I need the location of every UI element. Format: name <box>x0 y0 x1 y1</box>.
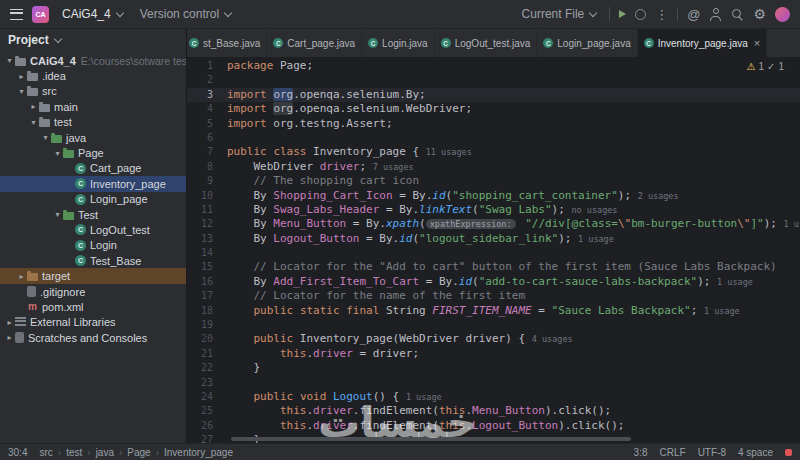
code-with-me-icon[interactable] <box>709 8 722 21</box>
code-line-13[interactable]: 13 By Logout_Button = By.id("logout_side… <box>187 232 800 246</box>
chevron-right-icon[interactable]: ▸ <box>16 72 27 81</box>
breadcrumb-test[interactable]: test <box>66 447 82 458</box>
code-line-5[interactable]: 5import org.testng.Assert; <box>187 117 800 131</box>
user-avatar[interactable] <box>775 7 790 22</box>
code-line-8[interactable]: 8 WebDriver driver; 7 usages <box>187 160 800 174</box>
code-token: 1 usage <box>578 234 614 244</box>
chevron-down-icon[interactable]: ▾ <box>40 133 51 142</box>
chevron-right-icon[interactable]: ▸ <box>16 272 27 281</box>
code-line-26[interactable]: 26 this.driver.findElement(this.Logout_B… <box>187 419 800 433</box>
chevron-down-icon[interactable]: ▾ <box>4 56 15 65</box>
close-icon[interactable]: × <box>754 37 760 49</box>
status-position-indicator: 30:4 <box>8 447 27 458</box>
code-text: public void Logout() { 1 usage <box>227 390 442 404</box>
project-panel-header[interactable]: Project <box>0 29 186 51</box>
chevron-down-icon[interactable]: ▾ <box>16 87 27 96</box>
tree-item-Inventory_page[interactable]: CInventory_page <box>0 176 186 191</box>
code-line-6[interactable]: 6 <box>187 131 800 145</box>
tree-item-CAiG4_4[interactable]: ▾CAiG4_4E:\courses\sotware testing Dipl <box>0 53 186 68</box>
line-number: 8 <box>187 160 219 174</box>
chevron-right-icon[interactable]: ▸ <box>4 318 15 327</box>
tree-item-label: Inventory_page <box>90 178 166 190</box>
code-line-16[interactable]: 16 By Add_First_Item_To_Cart = By.id("ad… <box>187 275 800 289</box>
vcs-selector[interactable]: Version control <box>136 5 235 23</box>
tree-item-pom.xml[interactable]: mpom.xml <box>0 299 186 314</box>
code-line-23[interactable]: 23 <box>187 376 800 390</box>
search-icon[interactable] <box>731 8 744 21</box>
tab-Login_page.java[interactable]: CLogin_page.java <box>537 29 637 57</box>
tree-item-Test[interactable]: ▾Test <box>0 207 186 222</box>
encoding-widget[interactable]: UTF-8 <box>698 447 726 458</box>
main-menu-icon[interactable] <box>10 9 23 20</box>
tree-item-Login[interactable]: CLogin <box>0 238 186 253</box>
chevron-down-icon[interactable]: ▾ <box>28 118 39 127</box>
tree-item-main[interactable]: ▸main <box>0 99 186 114</box>
tree-item-test[interactable]: ▾test <box>0 115 186 130</box>
code-line-2[interactable]: 2 <box>187 73 800 87</box>
code-line-25[interactable]: 25 this.driver.findElement(this.Menu_But… <box>187 404 800 418</box>
caret-position[interactable]: 3:8 <box>634 447 648 458</box>
tree-item-Cart_page[interactable]: CCart_page <box>0 161 186 176</box>
tree-item-Page[interactable]: ▾Page <box>0 145 186 160</box>
code-line-7[interactable]: 7public class Inventory_page { 11 usages <box>187 145 800 159</box>
code-line-17[interactable]: 17 // Locator for the name of the first … <box>187 289 800 303</box>
tree-item-src[interactable]: ▾src <box>0 84 186 99</box>
code-line-10[interactable]: 10 By Shopping_Cart_Icon = By.id("shoppi… <box>187 189 800 203</box>
project-selector[interactable]: CAiG4_4 <box>58 5 127 23</box>
tab-Cart_page.java[interactable]: CCart_page.java <box>267 29 362 57</box>
line-separator-widget[interactable]: CRLF <box>660 447 686 458</box>
code-token: "Swag Labs" <box>479 203 552 216</box>
breadcrumb-Inventory_page[interactable]: Inventory_page <box>164 447 233 458</box>
code-line-3[interactable]: 3import org.openqa.selenium.By; <box>187 88 800 102</box>
more-icon[interactable]: ⋮ <box>655 8 668 21</box>
tree-item-Scratches and Consoles[interactable]: ▸Scratches and Consoles <box>0 330 186 345</box>
at-mention-icon[interactable]: @ <box>687 8 700 21</box>
code-line-12[interactable]: 12 By Menu_Button = By.xpath(xpathExpres… <box>187 217 800 231</box>
horizontal-scrollbar[interactable] <box>231 437 631 441</box>
chevron-right-icon[interactable]: ▸ <box>4 333 15 342</box>
code-line-19[interactable]: 19 <box>187 318 800 332</box>
tab-LogOut_test.java[interactable]: CLogOut_test.java <box>435 29 538 57</box>
code-line-4[interactable]: 4import org.openqa.selenium.WebDriver; <box>187 102 800 116</box>
tree-item-Login_page[interactable]: CLogin_page <box>0 192 186 207</box>
code-line-14[interactable]: 14 <box>187 246 800 260</box>
tree-item-.gitignore[interactable]: .gitignore <box>0 284 186 299</box>
chevron-right-icon[interactable]: ▸ <box>28 102 39 111</box>
tree-item-target[interactable]: ▸target <box>0 268 186 283</box>
debug-icon[interactable] <box>635 9 646 20</box>
tree-item-label: .idea <box>42 70 66 82</box>
project-icon: CA <box>32 6 49 23</box>
breadcrumb-src[interactable]: src <box>39 447 52 458</box>
run-button[interactable] <box>619 10 626 18</box>
breadcrumb-Page[interactable]: Page <box>127 447 150 458</box>
code-line-1[interactable]: 1package Page; <box>187 59 800 73</box>
tree-item-java[interactable]: ▾java <box>0 130 186 145</box>
tab-Login.java[interactable]: CLogin.java <box>362 29 435 57</box>
chevron-down-icon[interactable]: ▾ <box>52 210 63 219</box>
code-line-20[interactable]: 20 public Inventory_page(WebDriver drive… <box>187 332 800 346</box>
tree-item-LogOut_test[interactable]: CLogOut_test <box>0 222 186 237</box>
tab-st_Base.java[interactable]: Cst_Base.java <box>187 29 267 57</box>
code-text: WebDriver driver; 7 usages <box>227 160 414 174</box>
tree-item-Test_Base[interactable]: CTest_Base <box>0 253 186 268</box>
breadcrumb-java[interactable]: java <box>96 447 114 458</box>
code-line-22[interactable]: 22 } <box>187 361 800 375</box>
code-line-21[interactable]: 21 this.driver = driver; <box>187 347 800 361</box>
indent-widget[interactable]: 4 space <box>738 447 773 458</box>
run-config-selector[interactable]: Current File <box>518 5 601 23</box>
tab-Inventory_page.java[interactable]: CInventory_page.java× <box>638 29 768 57</box>
code-line-9[interactable]: 9 // The shopping cart icon <box>187 174 800 188</box>
chevron-down-icon[interactable]: ▾ <box>52 149 63 158</box>
code-line-11[interactable]: 11 By Swag_Labs_Header = By.linkText("Sw… <box>187 203 800 217</box>
code-token: Menu_Button <box>273 217 346 230</box>
editor[interactable]: 1package Page;23import org.openqa.seleni… <box>187 57 800 443</box>
inspections-widget[interactable]: ⚠ 1 ✓ 1 <box>747 61 784 72</box>
code-line-15[interactable]: 15 // Locator for the "Add to cart" butt… <box>187 260 800 274</box>
code-line-24[interactable]: 24 public void Logout() { 1 usage <box>187 390 800 404</box>
tree-item-External Libraries[interactable]: ▸External Libraries <box>0 315 186 330</box>
tree-item-.idea[interactable]: ▸.idea <box>0 68 186 83</box>
code-line-18[interactable]: 18 public static final String FIRST_ITEM… <box>187 304 800 318</box>
notification-dot[interactable] <box>785 449 792 456</box>
settings-gear-icon[interactable]: ⚙ <box>753 7 766 21</box>
folder-icon <box>39 104 50 112</box>
